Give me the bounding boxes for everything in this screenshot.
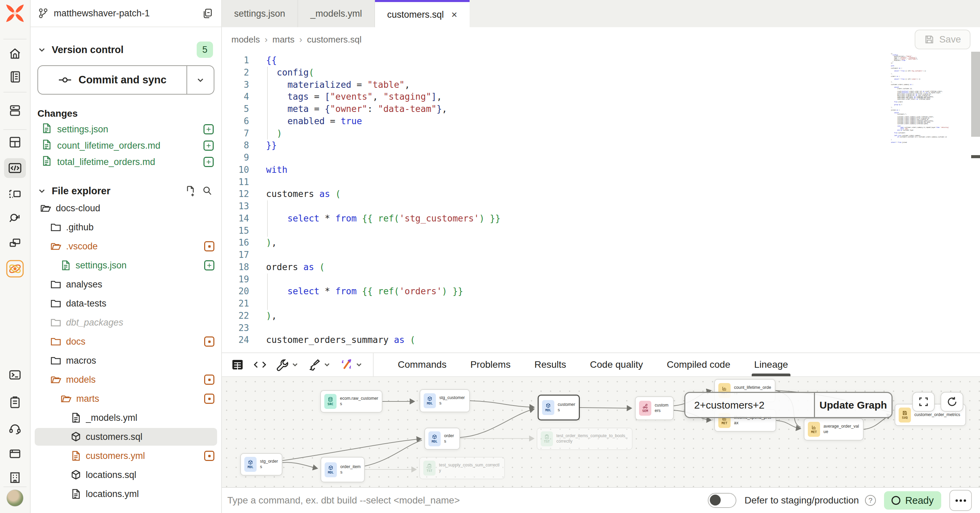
- tree-item-customers-sql[interactable]: customers.sql: [30, 427, 221, 446]
- status-badge[interactable]: Ready: [884, 491, 941, 510]
- tree-item-settings-json[interactable]: settings.json+: [30, 256, 221, 275]
- code-text: orders as (: [259, 261, 325, 273]
- save-button[interactable]: Save: [915, 30, 970, 49]
- tree-item-label: .github: [66, 222, 215, 233]
- modified-badge[interactable]: [204, 394, 215, 404]
- ai-fix-icon[interactable]: [340, 358, 363, 372]
- query-insights-icon[interactable]: [4, 208, 26, 228]
- file-icon: [71, 489, 81, 499]
- copilot-icon[interactable]: [4, 259, 26, 279]
- user-avatar[interactable]: [4, 488, 26, 508]
- tree-item-docs-cloud[interactable]: docs-cloud: [30, 199, 221, 218]
- tree-item-macros[interactable]: macros: [30, 351, 221, 370]
- tree-item-customers-yml[interactable]: customers.yml: [30, 446, 221, 465]
- org-icon[interactable]: [4, 468, 26, 488]
- modified-badge[interactable]: [204, 241, 215, 251]
- tree-item-analyses[interactable]: analyses: [30, 275, 221, 294]
- lineage-node-customers-semantic[interactable]: SEMcustomers: [635, 396, 674, 420]
- line-number: 13: [222, 200, 259, 213]
- changes-item[interactable]: settings.json+: [30, 121, 221, 137]
- lineage-node-stg-customers[interactable]: MDLstg_customers: [420, 389, 470, 412]
- command-input[interactable]: [227, 495, 700, 506]
- visual-editor-icon[interactable]: [4, 184, 26, 204]
- tree-item-locations-sql[interactable]: locations.sql: [30, 465, 221, 484]
- lineage-node-average-order-value[interactable]: METaverage_order_value: [804, 418, 864, 440]
- docs-icon[interactable]: [4, 444, 26, 463]
- panel-tab-problems[interactable]: Problems: [458, 353, 522, 376]
- new-file-icon[interactable]: [185, 185, 196, 197]
- compile-code-icon[interactable]: [253, 358, 267, 372]
- changes-item[interactable]: total_lifetime_orders.md+: [30, 154, 221, 170]
- projects-icon[interactable]: [4, 233, 26, 253]
- lineage-node-test-order-items[interactable]: TSTtest_order_items_compute_to_bools_cor…: [537, 427, 633, 450]
- fullscreen-button[interactable]: [912, 392, 935, 411]
- environments-icon[interactable]: [4, 101, 26, 121]
- help-icon[interactable]: ?: [865, 495, 876, 506]
- preview-table-icon[interactable]: [231, 358, 244, 372]
- editor-scrollbar[interactable]: [971, 52, 980, 353]
- added-badge[interactable]: +: [204, 260, 215, 270]
- added-badge[interactable]: +: [204, 157, 214, 167]
- panel-tab-commands[interactable]: Commands: [386, 353, 458, 376]
- version-control-header[interactable]: Version control 5: [30, 41, 221, 58]
- defer-toggle[interactable]: [708, 493, 737, 508]
- code-text: [259, 322, 266, 334]
- panel-tab-lineage[interactable]: Lineage: [742, 353, 800, 376]
- lineage-node-customers-model[interactable]: MDLcustomers: [538, 395, 580, 421]
- dbt-logo-icon[interactable]: [5, 3, 25, 25]
- lineage-node-order-items[interactable]: MDLorder_items: [321, 457, 365, 482]
- breadcrumb-item[interactable]: marts: [272, 34, 295, 45]
- tree-item-locations-yml[interactable]: locations.yml: [30, 484, 221, 503]
- commit-and-sync-button[interactable]: Commit and sync: [37, 65, 215, 95]
- modified-badge[interactable]: [204, 337, 215, 347]
- panel-tab-compiled-code[interactable]: Compiled code: [655, 353, 742, 376]
- tree-item--vscode[interactable]: .vscode: [30, 237, 221, 256]
- lineage-node-orders[interactable]: MDLorders: [424, 427, 460, 450]
- lineage-node-test-supply-costs[interactable]: TSTtest_supply_costs_sum_correctly: [419, 457, 505, 479]
- modified-badge[interactable]: [204, 375, 215, 385]
- added-badge[interactable]: +: [204, 124, 214, 134]
- tab--models-yml[interactable]: _models.yml: [298, 0, 375, 27]
- search-icon[interactable]: [202, 185, 213, 197]
- support-icon[interactable]: [4, 419, 26, 438]
- changes-item[interactable]: count_lifetime_orders.md+: [30, 137, 221, 154]
- logs-icon[interactable]: [4, 392, 26, 412]
- tree-item-marts[interactable]: marts: [30, 389, 221, 408]
- tree-item-docs[interactable]: docs: [30, 332, 221, 351]
- minimap[interactable]: {{ config( materialized = "table", tags …: [891, 53, 970, 146]
- tree-item--models-yml[interactable]: _models.yml: [30, 408, 221, 427]
- file-explorer-header[interactable]: File explorer: [30, 185, 221, 197]
- lineage-node-ecom-raw-customers[interactable]: SRCecom.raw_customers: [320, 390, 382, 413]
- code-editor[interactable]: 1{{2 config(3 materialized = "table",4 t…: [222, 52, 980, 353]
- tab-settings-json[interactable]: settings.json: [222, 0, 298, 27]
- format-icon[interactable]: [308, 358, 331, 372]
- terminal-icon[interactable]: [4, 365, 26, 385]
- scrollbar-thumb[interactable]: [971, 52, 980, 137]
- refresh-button[interactable]: [940, 392, 963, 411]
- dashboard-icon[interactable]: [4, 132, 26, 152]
- code-editor-icon[interactable]: [4, 158, 26, 178]
- tab-customers-sql[interactable]: customers.sql×: [375, 0, 469, 27]
- modified-badge[interactable]: [204, 451, 215, 461]
- panel-tab-results[interactable]: Results: [522, 353, 578, 376]
- home-icon[interactable]: [4, 44, 26, 64]
- build-icon[interactable]: [275, 358, 299, 372]
- close-icon[interactable]: ×: [450, 9, 457, 21]
- breadcrumb-item[interactable]: models: [231, 34, 260, 45]
- tree-item--github[interactable]: .github: [30, 218, 221, 237]
- tree-item-data-tests[interactable]: data-tests: [30, 294, 221, 313]
- copy-icon[interactable]: [202, 7, 214, 19]
- commit-options-caret[interactable]: [187, 66, 214, 94]
- notebook-icon[interactable]: [4, 67, 26, 87]
- breadcrumb-item[interactable]: customers.sql: [307, 34, 361, 45]
- lineage-canvas[interactable]: SRCecom.raw_customersMDLstg_customersMDL…: [222, 377, 980, 487]
- tree-item-models[interactable]: models: [30, 370, 221, 389]
- added-badge[interactable]: +: [204, 140, 214, 151]
- tree-item-dbt-packages[interactable]: dbt_packages: [30, 313, 221, 332]
- panel-tab-code-quality[interactable]: Code quality: [578, 353, 655, 376]
- lineage-selector-input[interactable]: [685, 393, 814, 417]
- more-options-button[interactable]: [950, 490, 972, 511]
- branch-name[interactable]: matthewshaver-patch-1: [54, 8, 197, 19]
- lineage-node-stg-orders[interactable]: MDLstg_orders: [240, 453, 282, 476]
- update-graph-button[interactable]: Update Graph: [814, 393, 891, 417]
